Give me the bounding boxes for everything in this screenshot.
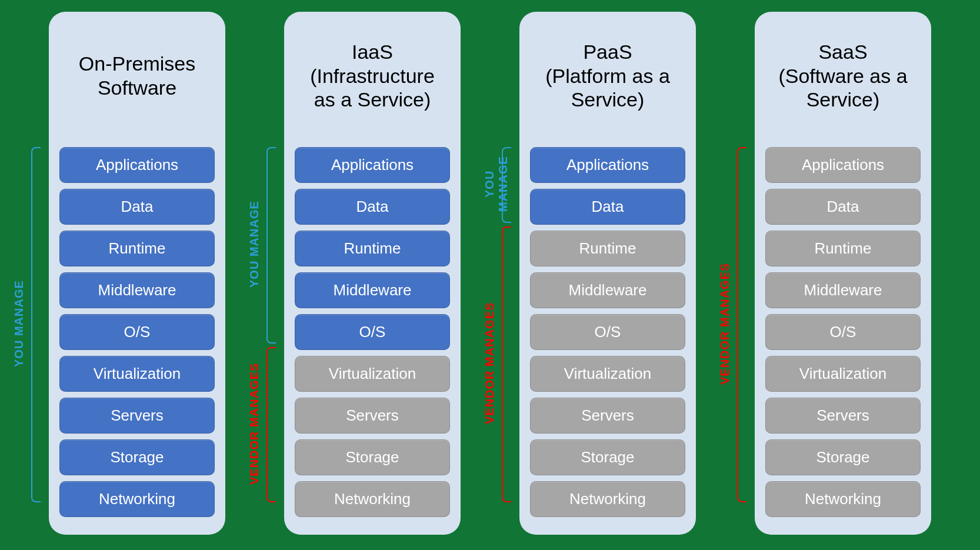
- layer-networking: Networking: [295, 481, 450, 517]
- bracket-vendor: [502, 226, 511, 502]
- bracket-you: [31, 147, 41, 502]
- layer-storage: Storage: [59, 439, 215, 475]
- layer-os: O/S: [59, 314, 215, 350]
- layers: Applications Data Runtime Middleware O/S…: [530, 147, 685, 517]
- label-you-manage: YOU MANAGE: [248, 147, 261, 341]
- layer-data: Data: [295, 189, 450, 225]
- layers: Applications Data Runtime Middleware O/S…: [59, 147, 215, 517]
- layer-os: O/S: [530, 314, 685, 350]
- column-iaas: YOU MANAGE VENDOR MANAGES IaaS (Infrastr…: [284, 12, 461, 535]
- label-vendor-manages: VENDOR MANAGES: [248, 347, 261, 500]
- column-title: SaaS (Software as a Service): [765, 26, 921, 126]
- layer-virtualization: Virtualization: [765, 356, 921, 392]
- title-line: PaaS: [530, 40, 685, 64]
- label-you-manage: YOU MANAGE: [12, 147, 26, 500]
- title-line: IaaS: [295, 40, 450, 64]
- layer-servers: Servers: [59, 398, 215, 434]
- layer-networking: Networking: [765, 481, 921, 517]
- layer-os: O/S: [295, 314, 450, 350]
- title-line: (Software as a: [765, 64, 921, 88]
- layer-data: Data: [59, 189, 215, 225]
- layers: Applications Data Runtime Middleware O/S…: [765, 147, 921, 517]
- layer-data: Data: [765, 189, 921, 225]
- layer-virtualization: Virtualization: [530, 356, 685, 392]
- layer-middleware: Middleware: [530, 272, 685, 308]
- bracket-you: [502, 147, 511, 223]
- label-vendor-manages: VENDOR MANAGES: [718, 147, 732, 500]
- layer-servers: Servers: [530, 398, 685, 434]
- layer-networking: Networking: [59, 481, 215, 517]
- label-vendor-manages: VENDOR MANAGES: [483, 226, 496, 500]
- column-title: IaaS (Infrastructure as a Service): [295, 26, 450, 126]
- columns-container: YOU MANAGE On-Premises Software Applicat…: [49, 12, 931, 535]
- layer-data: Data: [530, 189, 685, 225]
- layers: Applications Data Runtime Middleware O/S…: [295, 147, 450, 517]
- layer-applications: Applications: [59, 147, 215, 183]
- layer-runtime: Runtime: [295, 231, 450, 266]
- column-on-premises: YOU MANAGE On-Premises Software Applicat…: [49, 12, 225, 535]
- layer-applications: Applications: [295, 147, 450, 183]
- column-title: On-Premises Software: [59, 26, 215, 126]
- layer-middleware: Middleware: [765, 272, 921, 308]
- layer-storage: Storage: [530, 439, 685, 475]
- title-line: SaaS: [765, 40, 921, 64]
- title-line: Software: [59, 76, 215, 100]
- title-line: On-Premises: [59, 52, 215, 76]
- layer-storage: Storage: [295, 439, 450, 475]
- layer-servers: Servers: [765, 398, 921, 434]
- title-line: Service): [765, 88, 921, 112]
- bracket-you: [266, 147, 276, 344]
- title-line: (Infrastructure: [295, 64, 450, 88]
- layer-applications: Applications: [765, 147, 921, 183]
- layer-runtime: Runtime: [765, 231, 921, 266]
- bracket-vendor: [737, 147, 746, 502]
- column-paas: YOU MANAGE VENDOR MANAGES PaaS (Platform…: [519, 12, 696, 535]
- layer-runtime: Runtime: [59, 231, 215, 266]
- title-line: Service): [530, 88, 685, 112]
- layer-networking: Networking: [530, 481, 685, 517]
- layer-applications: Applications: [530, 147, 685, 183]
- layer-servers: Servers: [295, 398, 450, 434]
- layer-os: O/S: [765, 314, 921, 350]
- layer-virtualization: Virtualization: [295, 356, 450, 392]
- layer-middleware: Middleware: [59, 272, 215, 308]
- layer-runtime: Runtime: [530, 231, 685, 266]
- layer-storage: Storage: [765, 439, 921, 475]
- layer-middleware: Middleware: [295, 272, 450, 308]
- title-line: (Platform as a: [530, 64, 685, 88]
- column-title: PaaS (Platform as a Service): [530, 26, 685, 126]
- layer-virtualization: Virtualization: [59, 356, 215, 392]
- title-line: as a Service): [295, 88, 450, 112]
- bracket-vendor: [266, 347, 276, 502]
- column-saas: VENDOR MANAGES SaaS (Software as a Servi…: [755, 12, 931, 535]
